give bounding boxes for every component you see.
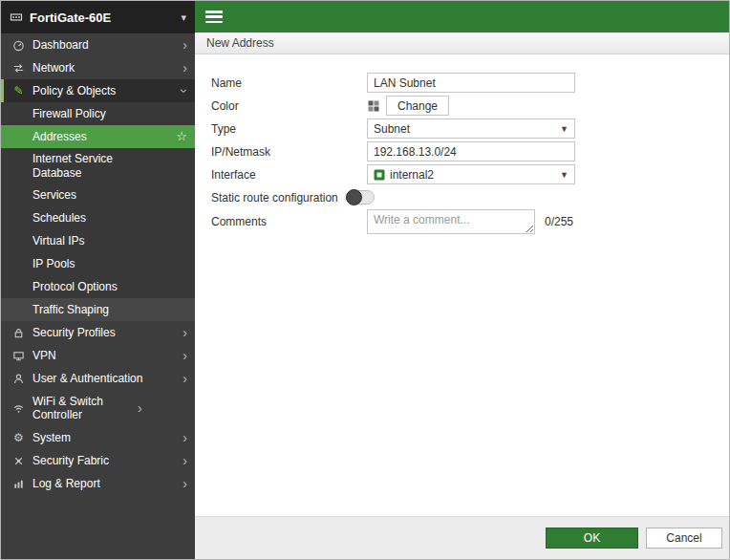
network-arrows-icon xyxy=(11,62,27,75)
color-label: Color xyxy=(211,99,367,113)
interface-label: Interface xyxy=(211,168,367,182)
color-row: Color Change xyxy=(211,95,729,117)
palette-icon xyxy=(367,99,380,113)
sidebar-item-wifi-switch-controller[interactable]: WiFi & Switch Controller › xyxy=(1,390,195,426)
interface-value: internal2 xyxy=(390,168,434,182)
sidebar-item-user-authentication[interactable]: User & Authentication › xyxy=(1,367,195,390)
sidebar-item-policy-objects[interactable]: ✎ Policy & Objects › xyxy=(1,79,195,102)
sidebar-item-virtual-ips[interactable]: Virtual IPs xyxy=(1,229,195,252)
chevron-down-icon: ▼ xyxy=(560,124,569,134)
wifi-icon xyxy=(11,402,27,415)
sidebar: FortiGate-60E ▾ Dashboard › Network › ✎ … xyxy=(1,1,195,559)
chevron-right-icon: › xyxy=(182,454,187,467)
chevron-expanded-icon: › xyxy=(179,89,192,94)
ok-button[interactable]: OK xyxy=(546,528,638,549)
comments-row: Comments 0/255 xyxy=(211,209,729,234)
name-label: Name xyxy=(211,76,367,90)
top-navbar xyxy=(195,1,729,32)
sidebar-item-log-report[interactable]: Log & Report › xyxy=(1,472,195,495)
sidebar-item-ip-pools[interactable]: IP Pools xyxy=(1,252,195,275)
interface-row: Interface internal2 ▼ xyxy=(211,163,729,185)
cancel-button[interactable]: Cancel xyxy=(646,528,722,549)
chevron-down-icon: ▾ xyxy=(181,11,186,24)
sidebar-item-label: VPN xyxy=(32,349,182,362)
interface-select[interactable]: internal2 ▼ xyxy=(367,164,575,184)
comments-textarea[interactable] xyxy=(367,209,535,234)
ip-netmask-row: IP/Netmask xyxy=(211,140,729,162)
sidebar-item-label: User & Authentication xyxy=(32,372,182,385)
sidebar-item-services[interactable]: Services xyxy=(1,183,195,206)
ip-netmask-input[interactable] xyxy=(367,141,575,162)
sidebar-item-protocol-options[interactable]: Protocol Options xyxy=(1,275,195,298)
chevron-right-icon: › xyxy=(182,38,187,52)
sidebar-item-label: Policy & Objects xyxy=(32,84,182,97)
chevron-right-icon: › xyxy=(182,372,187,385)
sidebar-item-label: Addresses xyxy=(32,130,157,144)
chevron-right-icon: › xyxy=(182,477,187,490)
lock-icon xyxy=(11,327,27,339)
sidebar-item-label: Schedules xyxy=(32,211,157,226)
chevron-down-icon: ▼ xyxy=(560,170,569,180)
form-footer: OK Cancel xyxy=(195,516,729,559)
sidebar-item-label: Services xyxy=(32,188,157,203)
static-route-label: Static route configuration xyxy=(211,191,338,205)
name-input[interactable] xyxy=(367,73,575,93)
sidebar-item-label: Log & Report xyxy=(32,477,182,490)
name-row: Name xyxy=(211,72,729,94)
chevron-right-icon: › xyxy=(182,61,187,75)
device-name: FortiGate-60E xyxy=(30,11,111,25)
chevron-right-icon: › xyxy=(182,326,187,339)
breadcrumb: New Address xyxy=(195,32,729,54)
gauge-icon xyxy=(11,39,27,52)
chevron-right-icon: › xyxy=(182,431,187,444)
sidebar-item-dashboard[interactable]: Dashboard › xyxy=(1,33,195,56)
toggle-knob xyxy=(346,189,362,205)
sidebar-item-schedules[interactable]: Schedules xyxy=(1,206,195,229)
sidebar-item-firewall-policy[interactable]: Firewall Policy xyxy=(1,102,195,125)
comments-label: Comments xyxy=(211,215,367,228)
new-address-form: Name Color Change Type Subnet ▼ IP/Netma… xyxy=(195,54,729,516)
pencil-icon: ✎ xyxy=(11,85,27,97)
monitor-icon xyxy=(11,350,27,362)
person-icon xyxy=(11,373,27,385)
sidebar-item-label: Traffic Shaping xyxy=(32,303,157,317)
type-select[interactable]: Subnet ▼ xyxy=(367,118,575,139)
type-row: Type Subnet ▼ xyxy=(211,118,729,140)
hamburger-menu-icon[interactable] xyxy=(205,11,223,23)
sidebar-item-label: Virtual IPs xyxy=(32,234,157,248)
appliance-icon xyxy=(10,11,23,24)
sidebar-item-internet-service-database[interactable]: Internet Service Database xyxy=(1,148,195,183)
sidebar-item-label: IP Pools xyxy=(32,257,157,271)
page-title: New Address xyxy=(206,36,274,50)
gear-icon: ⚙ xyxy=(11,432,27,443)
type-label: Type xyxy=(211,122,367,136)
sidebar-item-label: Internet Service Database xyxy=(32,152,157,181)
interface-port-icon xyxy=(374,169,385,181)
sidebar-item-network[interactable]: Network › xyxy=(1,56,195,79)
sidebar-item-label: Firewall Policy xyxy=(32,107,157,121)
comments-counter: 0/255 xyxy=(545,215,573,228)
chevron-right-icon: › xyxy=(138,401,142,415)
sidebar-item-security-profiles[interactable]: Security Profiles › xyxy=(1,321,195,344)
sidebar-item-label: Dashboard xyxy=(32,38,182,52)
sidebar-item-traffic-shaping[interactable]: Traffic Shaping xyxy=(1,298,195,321)
static-route-toggle[interactable] xyxy=(346,190,375,205)
type-value: Subnet xyxy=(374,122,410,136)
star-icon[interactable]: ☆ xyxy=(176,129,187,144)
static-route-row: Static route configuration xyxy=(211,186,729,208)
sidebar-item-security-fabric[interactable]: Security Fabric › xyxy=(1,449,195,472)
sidebar-item-system[interactable]: ⚙ System › xyxy=(1,426,195,449)
chevron-right-icon: › xyxy=(182,349,187,362)
sidebar-item-label: Network xyxy=(32,61,182,75)
fabric-icon xyxy=(11,455,27,467)
bar-chart-icon xyxy=(11,478,27,490)
sidebar-item-label: WiFi & Switch Controller xyxy=(32,395,138,422)
change-color-button[interactable]: Change xyxy=(386,96,449,116)
sidebar-item-label: Protocol Options xyxy=(32,280,157,294)
sidebar-item-label: Security Profiles xyxy=(32,326,182,339)
ip-netmask-label: IP/Netmask xyxy=(211,145,367,159)
sidebar-item-vpn[interactable]: VPN › xyxy=(1,344,195,367)
device-selector[interactable]: FortiGate-60E ▾ xyxy=(1,1,195,33)
sidebar-item-label: Security Fabric xyxy=(32,454,182,467)
sidebar-item-addresses[interactable]: Addresses ☆ xyxy=(1,125,195,148)
